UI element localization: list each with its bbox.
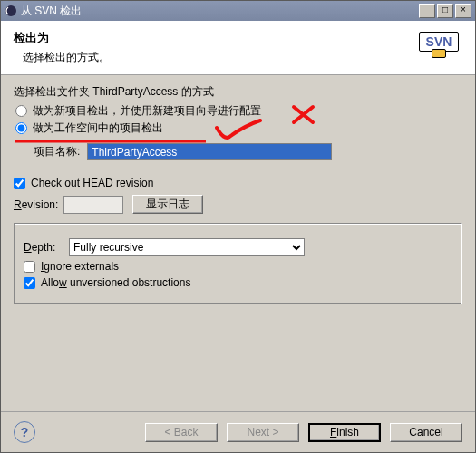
- project-name-row: 项目名称:: [34, 143, 462, 160]
- allow-unversioned-label: Allow unversioned obstructions: [41, 276, 190, 289]
- depth-select[interactable]: Fully recursive: [69, 238, 305, 256]
- ignore-externals-checkbox[interactable]: [24, 261, 35, 273]
- head-revision-row[interactable]: Check out HEAD revision: [14, 177, 462, 189]
- allow-unversioned-checkbox[interactable]: [24, 277, 35, 289]
- svg-point-0: [5, 5, 16, 16]
- head-revision-label: Check out HEAD revision: [31, 177, 153, 189]
- maximize-button[interactable]: □: [437, 4, 453, 18]
- revision-row: Revision: 显示日志: [14, 195, 462, 214]
- radio-workspace-project-label: 做为工作空间中的项目检出: [33, 120, 163, 136]
- head-revision-checkbox[interactable]: [14, 178, 25, 189]
- window-title: 从 SVN 检出: [21, 4, 419, 19]
- wizard-footer: ? < Back Next > Finish Cancel: [1, 411, 475, 452]
- project-name-label: 项目名称:: [34, 144, 80, 159]
- radio-workspace-project-input[interactable]: [15, 122, 27, 134]
- show-log-button[interactable]: 显示日志: [132, 195, 203, 214]
- ignore-externals-row[interactable]: Ignore externals: [24, 260, 452, 273]
- revision-label: Revision:: [14, 198, 58, 211]
- depth-label: Depth:: [24, 241, 69, 254]
- titlebar: 从 SVN 检出 _ □ ×: [1, 1, 475, 21]
- revision-input: [63, 196, 123, 214]
- depth-group: Depth: Fully recursive Ignore externals …: [14, 223, 462, 304]
- next-button: Next >: [227, 423, 299, 442]
- page-title: 检出为: [14, 30, 462, 46]
- minimize-button[interactable]: _: [419, 4, 435, 18]
- radio-new-project-input[interactable]: [15, 105, 27, 117]
- radio-workspace-project[interactable]: 做为工作空间中的项目检出: [14, 120, 462, 136]
- eclipse-icon: [5, 5, 17, 17]
- ignore-externals-label: Ignore externals: [41, 260, 119, 273]
- radio-new-project-label: 做为新项目检出，并使用新建项目向导进行配置: [33, 103, 261, 119]
- dialog-window: 从 SVN 检出 _ □ × 检出为 选择检出的方式。 SVN 选择检出文件夹 …: [0, 0, 476, 453]
- checkout-prompt: 选择检出文件夹 ThirdPartyAccess 的方式: [14, 84, 462, 100]
- wizard-body: 选择检出文件夹 ThirdPartyAccess 的方式 做为新项目检出，并使用…: [1, 75, 475, 313]
- back-button: < Back: [145, 423, 218, 442]
- close-button[interactable]: ×: [455, 4, 471, 18]
- cancel-button[interactable]: Cancel: [390, 423, 462, 442]
- help-button[interactable]: ?: [14, 421, 35, 443]
- svn-logo-icon: SVN: [419, 32, 459, 58]
- project-name-input[interactable]: [87, 143, 332, 160]
- radio-new-project[interactable]: 做为新项目检出，并使用新建项目向导进行配置: [14, 103, 462, 119]
- allow-unversioned-row[interactable]: Allow unversioned obstructions: [24, 276, 452, 289]
- finish-button[interactable]: Finish: [308, 423, 381, 442]
- depth-row: Depth: Fully recursive: [24, 238, 452, 256]
- page-subtitle: 选择检出的方式。: [23, 50, 462, 65]
- wizard-header: 检出为 选择检出的方式。 SVN: [1, 21, 475, 75]
